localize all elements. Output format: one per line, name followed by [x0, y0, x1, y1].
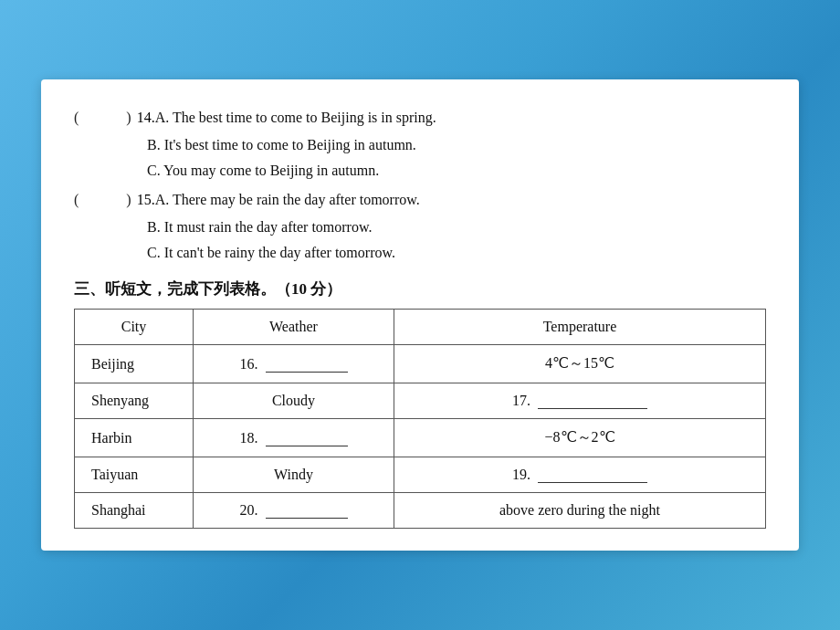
city-beijing: Beijing	[75, 345, 194, 383]
question-14: ( ) 14. A. The best time to come to Beij…	[74, 105, 766, 184]
weather-table: City Weather Temperature Beijing 16. 4℃～…	[74, 309, 766, 529]
table-row: Beijing 16. 4℃～15℃	[75, 345, 766, 383]
fill-blank-18	[266, 432, 348, 446]
temp-beijing: 4℃～15℃	[394, 345, 766, 383]
q15-num: ( ) 15.	[74, 187, 155, 213]
fill-blank-16	[266, 358, 348, 373]
table-row: Shenyang Cloudy 17.	[75, 383, 766, 419]
fill-blank-17	[538, 394, 647, 409]
city-harbin: Harbin	[75, 419, 194, 457]
section-title: 三、听短文，完成下列表格。（10 分）	[74, 278, 766, 299]
table-row: Harbin 18. −8℃～2℃	[75, 419, 766, 457]
temp-shenyang: 17.	[394, 383, 766, 419]
q15-choice-a: A. There may be rain the day after tomor…	[155, 187, 420, 213]
weather-harbin: 18.	[194, 419, 394, 457]
city-shanghai: Shanghai	[75, 493, 194, 529]
header-temperature: Temperature	[394, 310, 766, 345]
temp-taiyuan: 19.	[394, 457, 766, 493]
weather-beijing: 16.	[194, 345, 394, 383]
fill-blank-19	[538, 468, 647, 483]
header-weather: Weather	[194, 310, 394, 345]
weather-shenyang: Cloudy	[194, 383, 394, 419]
city-taiyuan: Taiyuan	[75, 457, 194, 493]
city-shenyang: Shenyang	[75, 383, 194, 419]
table-header-row: City Weather Temperature	[75, 310, 766, 345]
q14-num: ( ) 14.	[74, 105, 155, 131]
q15-choice-c: C. It can't be rainy the day after tomor…	[74, 240, 766, 266]
weather-shanghai: 20.	[194, 493, 394, 529]
q14-choice-c: C. You may come to Beijing in autumn.	[74, 158, 766, 184]
weather-taiyuan: Windy	[194, 457, 394, 493]
fill-blank-20	[266, 504, 348, 519]
q15-choice-b: B. It must rain the day after tomorrow.	[74, 215, 766, 240]
table-row: Shanghai 20. above zero during the night	[75, 493, 766, 529]
header-city: City	[75, 310, 194, 345]
q14-choice-b: B. It's best time to come to Beijing in …	[74, 132, 766, 158]
question-15: ( ) 15. A. There may be rain the day aft…	[74, 187, 766, 266]
temp-harbin: −8℃～2℃	[394, 419, 766, 457]
temp-shanghai: above zero during the night	[394, 493, 766, 529]
main-card: ( ) 14. A. The best time to come to Beij…	[41, 79, 799, 551]
table-row: Taiyuan Windy 19.	[75, 457, 766, 493]
q14-choice-a: A. The best time to come to Beijing is i…	[155, 105, 436, 131]
